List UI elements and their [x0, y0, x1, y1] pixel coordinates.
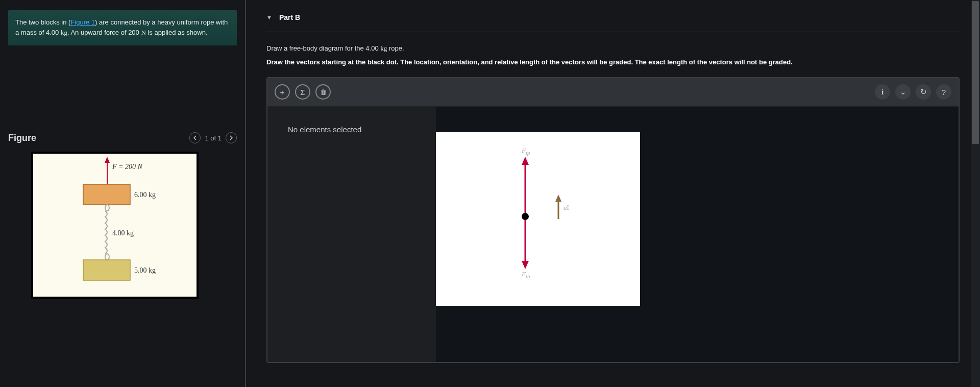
reset-button[interactable]: ↻ [916, 84, 931, 100]
refresh-icon: ↻ [920, 87, 927, 96]
no-selection-text: No elements selected [288, 125, 361, 134]
figure-top-mass: 6.00 kg [134, 191, 156, 199]
svg-marker-7 [522, 157, 529, 165]
figure-pager-text: 1 of 1 [205, 134, 222, 142]
svg-marker-12 [555, 195, 561, 202]
chevron-down-icon: ⌄ [900, 87, 906, 96]
figure-link[interactable]: Figure 1 [70, 18, 95, 26]
scrollbar[interactable] [971, 0, 980, 387]
part-header[interactable]: ▼ Part B [266, 11, 960, 32]
svg-marker-1 [105, 157, 110, 163]
figure-image: F = 200 N 6.00 kg 4.00 kg 5.00 kg [31, 152, 199, 299]
svg-point-3 [105, 205, 109, 211]
accel-label: a⃗ [564, 204, 569, 212]
scrollbar-thumb[interactable] [972, 1, 979, 144]
svg-point-4 [105, 254, 109, 260]
svg-marker-9 [522, 261, 529, 269]
collapse-caret-icon: ▼ [266, 14, 272, 20]
figure-force-label: F = 200 N [112, 163, 142, 171]
problem-text: The two blocks in ( [15, 18, 70, 26]
info-button[interactable]: i [875, 84, 890, 100]
unit-kg: kg [61, 29, 67, 36]
problem-text: is applied as shown. [146, 29, 208, 36]
help-button[interactable]: ? [936, 84, 951, 100]
plus-icon: + [280, 88, 285, 96]
vector-label-top: Ftp [522, 147, 530, 156]
instruction-line-2: Draw the vectors starting at the black d… [266, 58, 960, 67]
selection-panel: No elements selected [267, 107, 436, 362]
diagram-canvas[interactable]: Ftp Ftb a⃗ [436, 132, 640, 306]
problem-text: . An upward force of 200 [67, 29, 141, 36]
figure-prev-button[interactable] [189, 132, 201, 143]
delete-button[interactable]: 🗑 [315, 84, 331, 100]
figure-rope-mass: 4.00 kg [112, 229, 134, 237]
info-icon: i [881, 88, 884, 96]
expand-button[interactable]: ⌄ [895, 84, 911, 100]
figure-bottom-mass: 5.00 kg [134, 267, 156, 274]
part-label: Part B [279, 13, 300, 21]
help-icon: ? [942, 88, 946, 96]
unit-n: N [141, 29, 145, 36]
workspace-toolbar: + Σ 🗑 i ⌄ ↻ ? [267, 78, 959, 107]
sigma-icon: Σ [300, 88, 305, 96]
figure-next-button[interactable] [226, 132, 237, 143]
vector-workspace: + Σ 🗑 i ⌄ ↻ ? No elements selected [266, 77, 960, 363]
svg-rect-5 [83, 260, 130, 280]
trash-icon: 🗑 [320, 88, 327, 96]
add-vector-button[interactable]: + [275, 84, 290, 100]
sum-button[interactable]: Σ [295, 84, 310, 100]
vector-label-bottom: Ftb [522, 270, 530, 279]
instruction-line-1: Draw a free-body diagram for the 4.00 kg… [266, 44, 960, 53]
svg-rect-2 [83, 184, 130, 205]
figure-title: Figure [8, 133, 36, 143]
svg-point-10 [522, 213, 529, 220]
drawing-area[interactable]: Ftp Ftb a⃗ [436, 107, 959, 362]
problem-statement: The two blocks in (Figure 1) are connect… [8, 10, 237, 45]
